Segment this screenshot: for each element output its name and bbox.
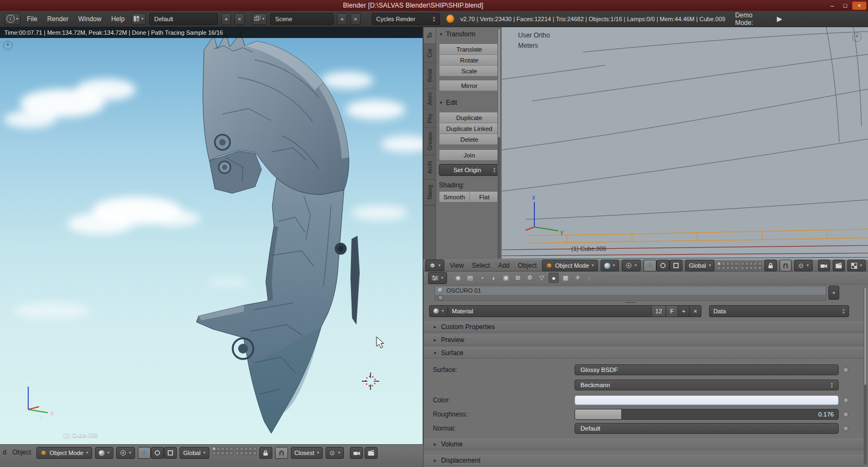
- translate-manipulator-button[interactable]: [138, 447, 151, 459]
- lock-layers-button[interactable]: [259, 447, 272, 459]
- roughness-slider[interactable]: 0.176: [575, 409, 839, 420]
- tab-particles-icon[interactable]: ✳: [572, 273, 583, 283]
- layout-delete-button[interactable]: ×: [234, 13, 245, 25]
- scene-add-button[interactable]: +: [337, 13, 347, 25]
- expand-region-icon[interactable]: +: [852, 33, 861, 42]
- menu-add[interactable]: Add: [495, 260, 512, 271]
- unlink-material-button[interactable]: ×: [690, 305, 701, 317]
- preview-panel-header[interactable]: ►Preview: [424, 335, 864, 345]
- lock-layers-button[interactable]: [764, 260, 776, 272]
- layer-cell[interactable]: [758, 266, 762, 270]
- play-icon[interactable]: ▶: [777, 15, 782, 23]
- mirror-button[interactable]: Mirror: [439, 80, 500, 91]
- distribution-select[interactable]: Beckmann ▴▾: [575, 380, 839, 390]
- layer-cell[interactable]: [253, 447, 257, 451]
- menu-help[interactable]: Help: [108, 15, 128, 23]
- editor-type-button[interactable]: i ▾: [4, 13, 21, 25]
- material-slot-row[interactable]: OSCURO 01: [435, 286, 826, 295]
- snap-element-select[interactable]: ▾: [794, 260, 813, 272]
- tab-constraints-icon[interactable]: ⊞: [513, 273, 523, 283]
- layer-cell[interactable]: [248, 451, 252, 455]
- layer-cell[interactable]: [248, 447, 252, 451]
- new-material-button[interactable]: +: [678, 305, 690, 317]
- translate-manipulator-button[interactable]: [643, 260, 656, 272]
- tab-create[interactable]: Cre: [424, 44, 436, 63]
- layer-cell[interactable]: [722, 266, 725, 270]
- layer-cell[interactable]: [758, 262, 762, 266]
- normal-select[interactable]: Default: [575, 423, 839, 434]
- layer-cell[interactable]: [240, 447, 244, 451]
- layer-cell[interactable]: [735, 262, 738, 266]
- editor-type-select[interactable]: ▾: [428, 272, 447, 284]
- layer-cell[interactable]: [212, 451, 216, 455]
- layout-add-button[interactable]: +: [221, 13, 232, 25]
- menu-object[interactable]: Object: [515, 260, 540, 271]
- rotate-manipulator-button[interactable]: [151, 447, 164, 459]
- layer-cell[interactable]: [741, 266, 744, 270]
- tool-shelf-scrollbar[interactable]: [497, 28, 501, 258]
- users-count-button[interactable]: 12: [652, 305, 666, 317]
- layer-cell[interactable]: [730, 262, 734, 266]
- drawtype-select[interactable]: ▾: [847, 260, 866, 272]
- expand-region-icon[interactable]: +: [3, 41, 12, 50]
- opengl-render-anim-button[interactable]: [365, 447, 378, 459]
- snap-toggle-button[interactable]: [780, 260, 792, 272]
- scene-name-field[interactable]: Scene: [270, 13, 334, 25]
- layer-cell[interactable]: [717, 262, 721, 266]
- viewport-shading-select[interactable]: ▾: [601, 260, 619, 272]
- material-slot-list[interactable]: OSCURO 01: [435, 286, 826, 301]
- rendered-viewport[interactable]: z y x Time:00:07.71 | Mem:134.72M, Peak:…: [0, 27, 423, 444]
- scene-delete-button[interactable]: ×: [350, 13, 361, 25]
- layer-cell[interactable]: [745, 262, 749, 266]
- transform-panel-header[interactable]: ▼Transform: [439, 29, 500, 39]
- tab-data-icon[interactable]: ▽: [537, 273, 547, 283]
- tab-render-layers-icon[interactable]: ▤: [465, 273, 475, 283]
- layout-browse-button[interactable]: ▾: [131, 13, 146, 25]
- layer-cell[interactable]: [253, 451, 257, 455]
- translate-button[interactable]: Translate: [439, 44, 499, 55]
- tab-archimesh[interactable]: Archi: [424, 155, 436, 180]
- layer-cell[interactable]: [212, 447, 216, 451]
- menu-window[interactable]: Window: [75, 15, 105, 23]
- close-button[interactable]: ×: [852, 2, 866, 10]
- transform-orientation-select[interactable]: Global▾: [180, 447, 209, 459]
- layer-cell[interactable]: [754, 262, 757, 266]
- layer-cell[interactable]: [726, 262, 730, 266]
- layer-cell[interactable]: [244, 451, 248, 455]
- layer-cell[interactable]: [235, 447, 239, 451]
- layer-cell[interactable]: [749, 262, 753, 266]
- slot-specials-menu[interactable]: ▾: [828, 286, 839, 300]
- rotate-button[interactable]: Rotate: [439, 55, 499, 66]
- material-slot-row-partial[interactable]: [435, 295, 826, 300]
- snap-target-select[interactable]: ▾: [326, 447, 344, 459]
- surface-shader-select[interactable]: Glossy BSDF: [575, 364, 839, 375]
- menu-view[interactable]: View: [447, 260, 467, 271]
- tab-grease-pencil[interactable]: Grease: [424, 128, 436, 155]
- layer-cell[interactable]: [221, 451, 225, 455]
- layer-cell[interactable]: [754, 266, 757, 270]
- opengl-render-button[interactable]: [818, 260, 830, 272]
- opengl-render-anim-button[interactable]: [833, 260, 845, 272]
- mode-select[interactable]: Object Mode ▾: [36, 447, 92, 459]
- layer-cell[interactable]: [717, 266, 721, 270]
- layer-cell[interactable]: [745, 266, 749, 270]
- material-name-field[interactable]: Material: [448, 305, 652, 317]
- tab-modifiers-icon[interactable]: ⚙: [525, 273, 535, 283]
- tab-relations[interactable]: Relat: [424, 63, 436, 89]
- scale-button[interactable]: Scale: [439, 66, 499, 76]
- pivot-point-select[interactable]: ▾: [622, 260, 641, 272]
- join-button[interactable]: Join: [439, 149, 500, 161]
- opengl-render-button[interactable]: [350, 447, 363, 459]
- tab-scene-icon[interactable]: ◔: [477, 273, 487, 283]
- tab-tools[interactable]: To: [424, 27, 436, 44]
- maximize-button[interactable]: □: [839, 2, 851, 10]
- wireframe-viewport[interactable]: z y User Ortho Meters (1) Cube.009 +: [502, 27, 868, 260]
- layer-cell[interactable]: [229, 451, 233, 455]
- layout-name-field[interactable]: Default: [149, 13, 218, 25]
- layer-cell[interactable]: [741, 262, 744, 266]
- scene-browse-button[interactable]: ▾: [252, 13, 267, 25]
- layer-cell[interactable]: [244, 447, 248, 451]
- fake-user-button[interactable]: F: [666, 305, 678, 317]
- layer-cell[interactable]: [225, 451, 229, 455]
- viewport-shading-select[interactable]: ▾: [95, 447, 113, 459]
